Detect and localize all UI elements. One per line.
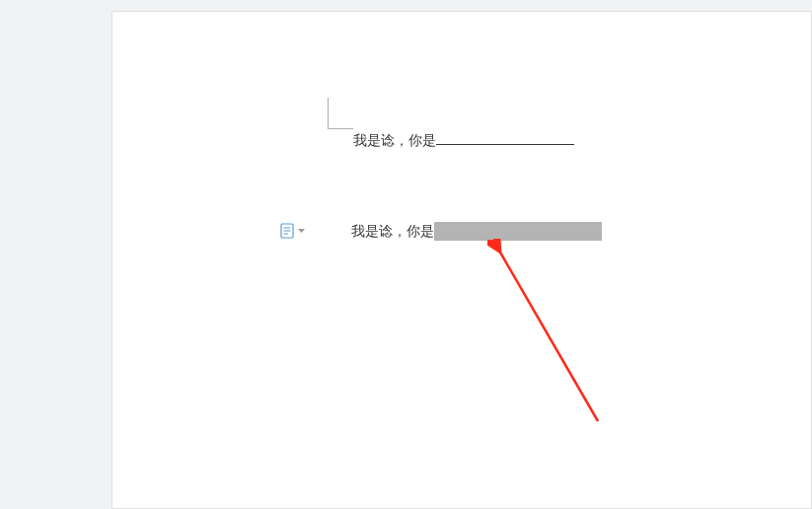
document-icon	[280, 223, 294, 239]
line1-text: 我是谂，你是	[353, 132, 436, 148]
line2-text: 我是谂，你是	[351, 223, 434, 241]
text-line-2[interactable]: 我是谂，你是	[351, 222, 602, 241]
highlighted-selection[interactable]	[434, 222, 602, 241]
text-line-1[interactable]: 我是谂，你是	[353, 132, 574, 150]
document-page[interactable]: 我是谂，你是 我是谂，你是	[111, 11, 812, 509]
document-icon-button[interactable]	[280, 223, 305, 239]
underline-blank[interactable]	[436, 144, 574, 145]
svg-line-4	[499, 251, 598, 421]
annotation-arrow	[487, 239, 616, 436]
cursor-indicator	[328, 98, 353, 129]
chevron-down-icon	[298, 229, 305, 234]
